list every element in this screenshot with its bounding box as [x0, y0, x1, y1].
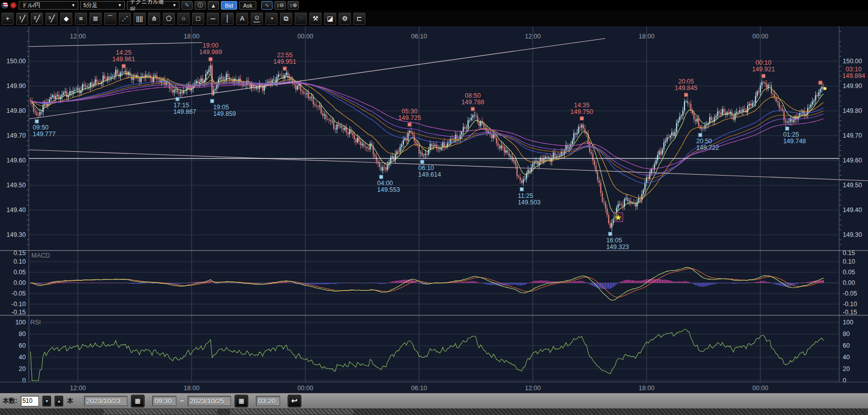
time-tick-label: 18:00 — [638, 385, 654, 392]
bid-button[interactable]: Bid — [221, 1, 237, 10]
price-tick-label: 149.70 — [7, 132, 26, 139]
tool-time-cycle-button[interactable]: ◔ — [265, 12, 278, 25]
time-tick-label: 00:00 — [752, 385, 768, 392]
crosshair-icon: + — [6, 15, 10, 22]
price-tick-label: 149.30 — [843, 231, 862, 238]
swing-high-price: 149.961 — [112, 56, 135, 63]
text-icon: A — [240, 15, 245, 22]
rsi-tick-label: 100 — [15, 319, 26, 326]
draw-mode-button[interactable]: ✎ — [181, 1, 193, 10]
currency-pair-label: ドル/円 — [22, 2, 40, 9]
currency-pair-select[interactable]: ドル/円 ▼ — [19, 1, 78, 10]
tool-hand-button[interactable]: ☞ — [294, 12, 307, 25]
count-down-button[interactable]: ▼ — [42, 396, 51, 406]
time-tick-label: 18:00 — [638, 33, 654, 40]
calendar-from-button[interactable]: ▦ — [131, 395, 145, 407]
chart-style-button[interactable]: ▲ — [208, 1, 219, 10]
price-tick-label: 149.50 — [843, 182, 862, 189]
swing-high-marker — [122, 64, 125, 68]
swing-high-time: 22:55 — [277, 52, 293, 59]
fibonacci-arc-icon: ⌒ — [107, 15, 114, 22]
tool-fibonacci-arc-button[interactable]: ⌒ — [104, 12, 117, 25]
tool-copy-button[interactable]: ⧉ — [280, 12, 293, 25]
tool-trendline-2-button[interactable]: ²╱ — [30, 12, 43, 25]
hand-icon: ☞ — [298, 15, 304, 22]
tool-magnet-button[interactable]: ⊏ — [353, 12, 366, 25]
count-up-button[interactable]: ▲ — [55, 396, 63, 406]
bar-count-input[interactable] — [21, 396, 39, 406]
jp-flag-icon — [10, 2, 17, 9]
chart-mode-button[interactable]: ∿ — [261, 1, 272, 10]
last-price-dot — [824, 87, 827, 90]
tool-crosshair-button[interactable]: + — [1, 12, 14, 25]
tool-rectangle-button[interactable]: □ — [192, 12, 205, 25]
tool-vertical-line-button[interactable]: │ — [221, 12, 234, 25]
rsi-tick-label: 40 — [843, 354, 850, 361]
rectangle-icon: □ — [196, 15, 200, 22]
trendline-2-icon: ²╱ — [34, 15, 40, 22]
swing-low-price: 149.867 — [173, 108, 196, 115]
rsi-tick-label: 80 — [19, 330, 26, 338]
vertical-zoom-in-button[interactable]: ↕⊕ — [288, 1, 299, 10]
price-tick-label: 149.90 — [7, 82, 26, 90]
ask-button[interactable]: Ask — [239, 1, 256, 10]
magnet-icon: ⊏ — [357, 15, 362, 22]
date-to-input[interactable] — [188, 396, 231, 406]
swing-high-price: 149.845 — [675, 85, 698, 92]
trendline-3-icon: ³╱ — [49, 15, 55, 22]
swing-low-price: 149.323 — [606, 243, 629, 251]
tool-text-button[interactable]: A — [236, 12, 249, 25]
chart-canvas[interactable]: 150.00150.00149.90149.90149.80149.80149.… — [0, 26, 868, 393]
tool-pentagon-button[interactable]: ⬠ — [162, 12, 175, 25]
parallel-lines-3-icon: ≡ — [79, 15, 83, 22]
tool-ruler-button[interactable]: ◆ — [60, 12, 73, 25]
info-button[interactable]: ⓘ — [195, 1, 206, 10]
tool-eraser-button[interactable]: ◪ — [324, 12, 337, 25]
macd-panel-label: MACD — [31, 252, 50, 259]
macd-tick-label: 0.00 — [14, 279, 26, 286]
tool-parallel-lines-4-button[interactable]: ≣ — [89, 12, 102, 25]
tool-icon-stamp-button[interactable]: ☺icon — [250, 12, 263, 25]
pitchfork-icon: ⋔ — [152, 15, 157, 22]
trendline-1-icon: ¹╱ — [19, 15, 25, 22]
bid-label: Bid — [225, 3, 233, 9]
tool-pitchfork-button[interactable]: ⋔ — [148, 12, 161, 25]
tool-fibonacci-timezones-button[interactable]: |||| — [133, 12, 146, 25]
tool-parallel-lines-3-button[interactable]: ≡ — [74, 12, 87, 25]
macd-tick-label: 0.05 — [14, 269, 26, 276]
swing-high-price: 149.725 — [398, 114, 421, 121]
swing-low-price: 149.859 — [213, 110, 236, 117]
tool-fibonacci-fan-button[interactable]: ⋰ — [118, 12, 131, 25]
timeframe-label: 5分足 — [83, 2, 98, 9]
grip-segment — [230, 409, 354, 414]
eraser-icon: ◪ — [327, 15, 333, 22]
tool-settings-list-button[interactable]: ⚙ — [338, 12, 351, 25]
price-tick-label: 149.80 — [843, 107, 862, 114]
tool-wrench-button[interactable]: ⚒ — [309, 12, 322, 25]
price-tick-label: 149.80 — [7, 107, 26, 114]
tool-trendline-1-button[interactable]: ¹╱ — [16, 12, 29, 25]
pencil-icon: ✎ — [185, 2, 189, 9]
tool-trendline-3-button[interactable]: ³╱ — [45, 12, 58, 25]
date-from-input[interactable] — [84, 396, 127, 406]
swing-low-price: 149.748 — [783, 138, 806, 145]
time-tick-label: 00:00 — [297, 33, 313, 40]
price-tick-label: 150.00 — [7, 58, 26, 65]
timeframe-select[interactable]: 5分足 ▼ — [80, 1, 125, 10]
rsi-tick-label: 20 — [843, 365, 850, 372]
rsi-tick-label: 0 — [22, 377, 26, 384]
price-tick-label: 149.70 — [843, 132, 862, 139]
calendar-to-button[interactable]: ▦ — [235, 395, 248, 407]
vertical-zoom-out-button[interactable]: ↕⊖ — [275, 1, 286, 10]
swing-low-price: 149.777 — [33, 131, 56, 138]
tool-ellipse-button[interactable]: ○ — [177, 12, 190, 25]
time-cycle-icon: ◔ — [269, 15, 273, 22]
time-from-input[interactable] — [152, 396, 176, 406]
time-to-input[interactable] — [256, 396, 280, 406]
tool-horizontal-line-button[interactable]: ─ — [206, 12, 219, 25]
apply-range-button[interactable]: ↩ — [288, 395, 301, 407]
technical-select[interactable]: テクニカル選択 ▼ — [127, 1, 179, 10]
zoom-out-icon: ↕⊖ — [277, 2, 284, 9]
swing-high-time: 08:50 — [465, 92, 481, 99]
settings-list-icon: ⚙ — [342, 15, 348, 22]
